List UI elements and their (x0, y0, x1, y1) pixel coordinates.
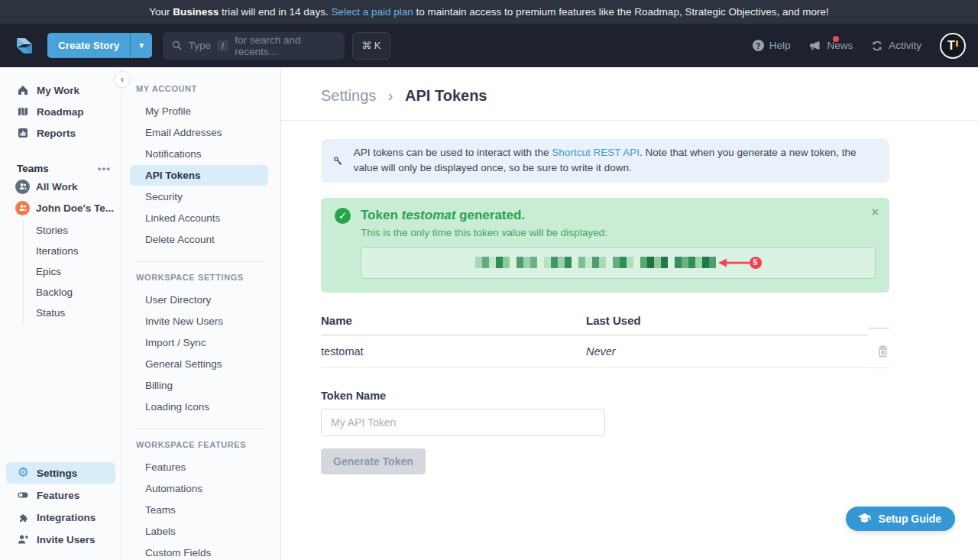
token-value-box[interactable]: 5 (361, 247, 876, 279)
breadcrumb: Settings › API Tokens (321, 87, 978, 105)
settings-item-labels[interactable]: Labels (130, 521, 268, 542)
settings-item-custom-fields[interactable]: Custom Fields (130, 542, 268, 560)
sidebar-item-epics[interactable]: Epics (36, 261, 121, 282)
sidebar-item-status[interactable]: Status (36, 303, 121, 323)
search-input[interactable]: Type / for search and recents... (163, 32, 345, 60)
close-icon[interactable]: × (872, 206, 879, 219)
sidebar-item-iterations[interactable]: Iterations (36, 241, 121, 261)
breadcrumb-settings[interactable]: Settings (321, 87, 376, 104)
settings-item-security[interactable]: Security (130, 186, 268, 207)
banner-text-suffix: to maintain access to premium features l… (413, 6, 829, 18)
settings-item-import-sync[interactable]: Import / Sync (130, 332, 268, 353)
delete-token-button[interactable] (868, 335, 889, 368)
settings-sidebar: MY ACCOUNT My Profile Email Addresses No… (122, 67, 281, 560)
banner-plan-name: Business (173, 6, 219, 18)
home-icon (17, 84, 29, 96)
settings-item-general-settings[interactable]: General Settings (130, 354, 268, 374)
settings-item-invite-new-users[interactable]: Invite New Users (130, 311, 268, 332)
settings-item-teams[interactable]: Teams (130, 500, 268, 520)
token-name-label: Token Name (321, 390, 889, 402)
breadcrumb-separator: › (388, 87, 393, 104)
group-title-my-account: MY ACCOUNT (136, 84, 268, 93)
sidebar-item-stories[interactable]: Stories (36, 220, 121, 241)
avatar-letter: T (947, 39, 955, 53)
group-title-workspace-features: WORKSPACE FEATURES (136, 440, 268, 449)
banner-text-middle: trial will end in 14 days. (219, 6, 331, 18)
setup-guide-button[interactable]: Setup Guide (846, 507, 955, 531)
chevron-left-icon: ‹ (121, 74, 124, 85)
settings-item-features[interactable]: Features (130, 457, 268, 477)
info-text: API tokens can be used to interact with … (354, 145, 877, 176)
sidebar-item-label: My Work (37, 85, 79, 96)
shortcut-rest-api-link[interactable]: Shortcut REST API (552, 147, 640, 158)
avatar-accent-mark (956, 40, 958, 47)
trash-icon (876, 345, 889, 358)
create-story-dropdown[interactable]: ▼ (130, 33, 152, 58)
create-story-label[interactable]: Create Story (47, 33, 130, 58)
puzzle-icon (17, 511, 29, 523)
sidebar-item-integrations[interactable]: Integrations (6, 507, 115, 528)
check-icon: ✓ (335, 208, 351, 224)
column-header-name: Name (321, 309, 586, 335)
teams-menu-button[interactable]: ••• (98, 163, 111, 174)
trial-banner: Your Business trial will end in 14 days.… (0, 0, 978, 24)
settings-item-my-profile[interactable]: My Profile (130, 101, 268, 121)
token-name-input[interactable] (321, 409, 605, 436)
activity-button[interactable]: Activity (871, 40, 921, 52)
help-button[interactable]: ? Help (753, 40, 791, 51)
people-icon (18, 203, 28, 212)
toggle-icon (17, 489, 29, 501)
search-type-label: Type (189, 40, 211, 51)
settings-item-delete-account[interactable]: Delete Account (130, 229, 268, 250)
search-icon (172, 40, 183, 51)
settings-item-linked-accounts[interactable]: Linked Accounts (130, 208, 268, 228)
generate-token-button[interactable]: Generate Token (321, 448, 426, 474)
primary-sidebar: My Work Roadmap Reports Teams ••• All Wo… (0, 67, 122, 560)
sidebar-item-backlog[interactable]: Backlog (36, 282, 121, 303)
settings-item-notifications[interactable]: Notifications (130, 144, 268, 164)
alert-title-prefix: Token (361, 208, 402, 222)
sidebar-item-reports[interactable]: Reports (0, 122, 121, 144)
annotation: 5 (717, 257, 762, 269)
slash-key-badge: / (217, 40, 228, 51)
news-button[interactable]: News (808, 39, 853, 52)
create-story-button[interactable]: Create Story ▼ (47, 33, 152, 58)
sidebar-item-label: Invite Users (37, 534, 96, 545)
column-header-actions (868, 316, 889, 329)
search-placeholder: for search and recents... (235, 34, 335, 57)
sidebar-item-settings[interactable]: ⚙ Settings (6, 462, 115, 484)
megaphone-icon (808, 39, 821, 52)
cmd-k-shortcut[interactable]: ⌘ K (352, 32, 390, 60)
select-paid-plan-link[interactable]: Select a paid plan (331, 6, 413, 18)
settings-item-billing[interactable]: Billing (130, 375, 268, 396)
table-row: testomat Never (321, 335, 889, 368)
sidebar-item-john-does-team[interactable]: John Doe's Te... (0, 197, 121, 218)
shortcut-logo-icon[interactable] (12, 34, 37, 58)
chevron-down-icon: ▼ (138, 41, 145, 50)
banner-text-prefix: Your (149, 6, 173, 18)
sidebar-item-roadmap[interactable]: Roadmap (0, 101, 121, 122)
divider (136, 429, 264, 429)
sidebar-item-my-work[interactable]: My Work (0, 79, 121, 101)
info-text-before: API tokens can be used to interact with … (354, 147, 552, 158)
settings-item-email-addresses[interactable]: Email Addresses (130, 122, 268, 143)
person-plus-icon (17, 533, 29, 545)
settings-item-loading-icons[interactable]: Loading Icons (130, 397, 268, 417)
graduation-cap-icon (857, 513, 872, 525)
group-title-workspace-settings: WORKSPACE SETTINGS (136, 273, 268, 282)
token-last-used-cell: Never (586, 336, 868, 367)
settings-item-api-tokens[interactable]: API Tokens (130, 165, 268, 186)
sidebar-item-features[interactable]: Features (6, 484, 115, 506)
token-name-cell: testomat (321, 336, 586, 367)
news-label: News (827, 40, 853, 51)
settings-item-user-directory[interactable]: User Directory (130, 290, 268, 310)
settings-item-automations[interactable]: Automations (130, 478, 268, 499)
sidebar-item-label: Integrations (37, 512, 96, 523)
redacted-token-value (475, 257, 716, 268)
alert-subtitle: This is the only time this token value w… (361, 227, 876, 238)
sidebar-collapse-button[interactable]: ‹ (114, 71, 131, 88)
sidebar-item-all-work[interactable]: All Work (0, 176, 121, 197)
user-avatar[interactable]: T (940, 33, 966, 59)
sidebar-item-invite-users[interactable]: Invite Users (6, 529, 115, 550)
help-label: Help (769, 40, 791, 51)
